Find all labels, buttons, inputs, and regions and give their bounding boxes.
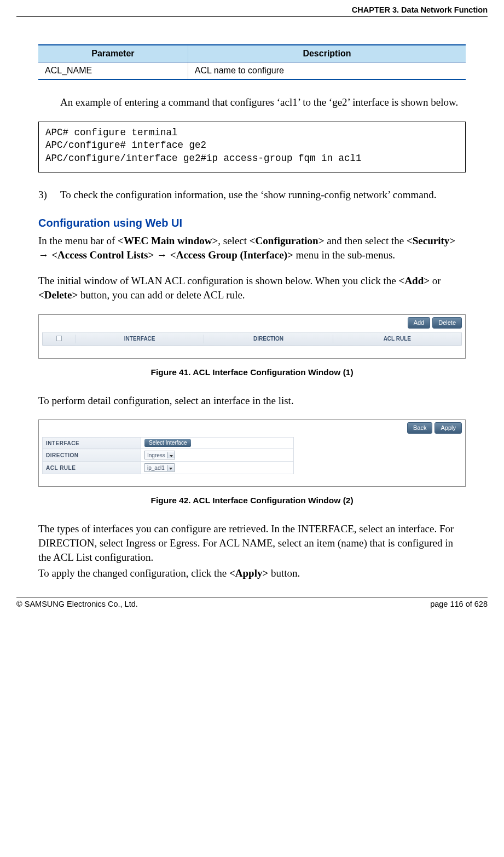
form-row-direction: DIRECTION Ingress [43,449,294,462]
text: In the menu bar of [38,235,118,246]
paragraph-interface-types: The types of interfaces you can configur… [38,522,466,564]
content-area: Parameter Description ACL_NAME ACL name … [16,44,488,580]
chevron-down-icon [167,465,174,471]
figure-41-toolbar: Add Delete [42,317,462,329]
figure-42-caption: Figure 42. ACL Interface Configuration W… [38,496,466,505]
arrow-icon: → [154,249,170,261]
page-footer: © SAMSUNG Electronics Co., Ltd. page 116… [16,600,488,608]
text: menu in the sub-menus. [293,249,395,261]
copyright-text: © SAMSUNG Electronics Co., Ltd. [16,600,138,608]
step-number: 3) [38,188,60,202]
btn-ref-add: <Add> [399,275,430,286]
figure-41-header-row: INTERFACE DIRECTION ACL RULE [42,332,462,346]
figure-41-area: Add Delete INTERFACE DIRECTION ACL RULE [38,314,466,359]
figure-42-toolbar: Back Apply [42,422,462,434]
figure-41-caption: Figure 41. ACL Interface Configuration W… [38,367,466,377]
text: button. [268,567,300,579]
apply-button[interactable]: Apply [435,422,462,434]
step-3: 3) To check the configuration informatio… [38,188,466,202]
footer-divider [16,597,488,597]
table-header-parameter: Parameter [38,45,188,62]
direction-select-value: Ingress [145,452,167,458]
figure-42-area: Back Apply INTERFACE Select Interface DI… [38,419,466,487]
value-direction: Ingress [141,449,294,462]
page-container: CHAPTER 3. Data Network Function Paramet… [0,0,504,619]
text: or [430,275,441,286]
text: and then select the [325,235,407,246]
paragraph-detail-config: To perform detail configuration, select … [38,394,466,408]
form-row-aclrule: ACL RULE ip_acl1 [43,462,294,474]
parameter-table: Parameter Description ACL_NAME ACL name … [38,44,466,80]
menu-access-group: <Access Group (Interface)> [170,249,293,261]
text: To apply the changed configuration, clic… [38,567,229,579]
label-aclrule: ACL RULE [43,462,141,474]
menu-wec-main: <WEC Main window> [118,235,218,246]
menu-configuration: <Configuration> [250,235,325,246]
delete-button[interactable]: Delete [432,317,462,329]
column-header-direction: DIRECTION [204,335,333,343]
menu-acl-lists: <Access Control Lists> [51,249,154,261]
table-cell-desc: ACL name to configure [188,62,466,80]
step-text: To check the configuration information, … [60,188,466,202]
table-cell-param: ACL_NAME [38,62,188,80]
back-button[interactable]: Back [407,422,432,434]
subheading-web-ui: Configuration using Web UI [38,217,466,229]
text: The initial window of WLAN ACL configura… [38,275,399,286]
table-header-row: Parameter Description [38,45,466,62]
figure-42-form: INTERFACE Select Interface DIRECTION Ing… [42,437,294,474]
select-interface-button[interactable]: Select Interface [144,439,191,447]
page-header: CHAPTER 3. Data Network Function [16,5,488,16]
column-header-aclrule: ACL RULE [333,335,461,343]
form-row-interface: INTERFACE Select Interface [43,438,294,449]
checkbox-icon[interactable] [56,336,62,341]
text: , select [218,235,250,246]
btn-ref-apply: <Apply> [229,567,268,579]
header-divider [16,16,488,17]
add-button[interactable]: Add [408,317,431,329]
table-header-description: Description [188,45,466,62]
table-row: ACL_NAME ACL name to configure [38,62,466,80]
aclrule-select[interactable]: ip_acl1 [144,463,175,472]
code-block: APC# configure terminal APC/configure# i… [38,122,466,172]
text: button, you can add or delete ACL rule. [78,289,245,301]
arrow-icon: → [38,249,51,261]
btn-ref-delete: <Delete> [38,289,78,301]
chevron-down-icon [167,452,175,458]
aclrule-select-value: ip_acl1 [145,465,167,471]
column-header-interface: INTERFACE [76,335,204,343]
direction-select[interactable]: Ingress [144,451,175,459]
menu-security: <Security> [407,235,455,246]
paragraph-initial-window: The initial window of WLAN ACL configura… [38,274,466,302]
page-number: page 116 of 628 [430,600,488,608]
label-interface: INTERFACE [43,438,141,449]
value-aclrule: ip_acl1 [141,462,294,474]
label-direction: DIRECTION [43,449,141,462]
chapter-title: CHAPTER 3. Data Network Function [352,5,488,14]
paragraph-apply: To apply the changed configuration, clic… [38,566,466,580]
value-interface: Select Interface [141,438,294,449]
select-all-cell [43,335,76,343]
paragraph-webui-path: In the menu bar of <WEC Main window>, se… [38,234,466,262]
paragraph-example: An example of entering a command that co… [38,95,466,110]
